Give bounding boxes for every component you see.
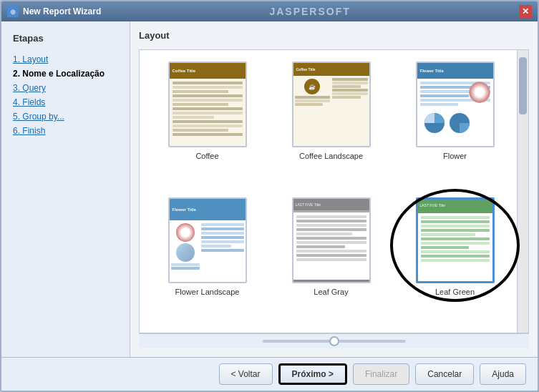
preview-row bbox=[420, 103, 459, 106]
preview-row bbox=[421, 220, 490, 223]
preview-row bbox=[173, 133, 243, 136]
template-item-leaf-green[interactable]: LAST FIVE Title bbox=[399, 197, 511, 296]
content-area: Etapas 1. Layout 2. Nome e Localização 3… bbox=[1, 21, 538, 357]
flower-header: Flower Title bbox=[417, 63, 493, 79]
template-label-coffee: Coffee bbox=[195, 152, 218, 160]
preview-row bbox=[296, 245, 346, 248]
preview-row bbox=[201, 249, 244, 252]
coffee-icon: ☕ bbox=[304, 79, 320, 94]
layout-grid: Coffee Title bbox=[140, 50, 528, 333]
flower-pie-chart bbox=[420, 110, 485, 135]
flower-landscape-col1 bbox=[171, 222, 200, 270]
preview-row bbox=[296, 215, 366, 218]
template-item-flower[interactable]: Flower Title bbox=[399, 62, 511, 186]
preview-row bbox=[173, 112, 243, 114]
preview-row bbox=[201, 240, 244, 243]
scrollbar-thumb[interactable] bbox=[519, 57, 527, 114]
preview-row bbox=[171, 267, 200, 270]
coffee-rows bbox=[170, 79, 246, 139]
preview-row bbox=[295, 99, 331, 102]
sidebar-item-query[interactable]: 3. Query bbox=[13, 81, 118, 95]
close-button[interactable]: ✕ bbox=[519, 5, 532, 18]
preview-row bbox=[332, 92, 368, 95]
preview-row bbox=[295, 103, 324, 106]
template-item-leaf-gray[interactable]: LAST FIVE Title bbox=[275, 197, 387, 322]
preview-row bbox=[296, 228, 366, 231]
preview-row bbox=[173, 116, 215, 119]
preview-row bbox=[173, 124, 243, 127]
scrollbar-track[interactable] bbox=[517, 50, 528, 333]
sidebar-item-finish[interactable]: 6. Finish bbox=[13, 124, 118, 138]
preview-row bbox=[296, 220, 366, 222]
sidebar-item-layout[interactable]: 1. Layout bbox=[13, 52, 118, 67]
preview-row bbox=[173, 103, 228, 106]
back-button[interactable]: < Voltar bbox=[219, 363, 273, 385]
preview-row bbox=[296, 224, 366, 227]
sidebar-item-nome: 2. Nome e Localização bbox=[13, 67, 118, 81]
template-label-flower-landscape: Flower Landscape bbox=[175, 288, 240, 296]
template-item-coffee[interactable]: Coffee Title bbox=[151, 62, 263, 186]
preview-row bbox=[420, 94, 470, 97]
zoom-slider-track[interactable] bbox=[263, 340, 406, 343]
preview-row bbox=[173, 82, 243, 84]
preview-row bbox=[421, 250, 490, 253]
preview-row bbox=[421, 237, 490, 240]
template-preview-coffee: Coffee Title bbox=[168, 62, 247, 147]
preview-row bbox=[296, 237, 366, 240]
preview-row bbox=[332, 82, 368, 84]
cancel-button[interactable]: Cancelar bbox=[415, 363, 474, 385]
flower-chart bbox=[417, 109, 493, 139]
preview-row bbox=[332, 78, 368, 81]
footer: < Voltar Próximo > Finalizar Cancelar Aj… bbox=[1, 357, 538, 391]
preview-row bbox=[296, 250, 366, 253]
sidebar-title: Etapas bbox=[13, 33, 118, 44]
help-button[interactable]: Ajuda bbox=[480, 363, 526, 385]
preview-row bbox=[296, 241, 366, 244]
preview-row bbox=[201, 245, 231, 248]
template-item-wrapper-leaf-green: LAST FIVE Title bbox=[399, 197, 511, 322]
preview-row bbox=[421, 233, 476, 236]
sidebar-item-fields[interactable]: 4. Fields bbox=[13, 95, 118, 109]
preview-row bbox=[201, 232, 244, 235]
preview-row bbox=[296, 254, 366, 257]
template-label-leaf-gray: Leaf Gray bbox=[314, 288, 348, 296]
title-bar-left: ⊕ New Report Wizard bbox=[7, 6, 101, 17]
preview-row bbox=[332, 89, 368, 92]
preview-row bbox=[421, 242, 490, 245]
template-label-coffee-landscape: Coffee Landscape bbox=[299, 152, 363, 160]
template-item-flower-landscape[interactable]: Flower Title bbox=[151, 197, 263, 322]
title-bar: ⊕ New Report Wizard JASPERSOFT ✕ bbox=[1, 1, 538, 21]
preview-row bbox=[173, 129, 228, 132]
preview-row bbox=[421, 259, 490, 262]
flower-landscape-header: Flower Title bbox=[170, 199, 246, 220]
flower-circle-deco bbox=[176, 223, 195, 242]
template-preview-flower: Flower Title bbox=[416, 62, 495, 147]
coffee-landscape-header: Coffee Title bbox=[293, 63, 369, 76]
window-title: New Report Wizard bbox=[23, 6, 101, 16]
preview-row bbox=[421, 246, 469, 249]
preview-row bbox=[173, 120, 243, 123]
sidebar: Etapas 1. Layout 2. Nome e Localização 3… bbox=[1, 21, 130, 357]
leaf-gray-footer bbox=[293, 280, 369, 282]
leaf-green-header: LAST FIVE Title bbox=[418, 200, 492, 211]
main-window: ⊕ New Report Wizard JASPERSOFT ✕ Etapas … bbox=[0, 0, 539, 392]
preview-row bbox=[332, 85, 361, 88]
preview-row bbox=[295, 96, 331, 99]
jaspersoft-logo: JASPERSOFT bbox=[269, 6, 350, 17]
coffee-landscape-col2 bbox=[332, 77, 368, 107]
sidebar-item-groupby[interactable]: 5. Group by... bbox=[13, 109, 118, 124]
next-button[interactable]: Próximo > bbox=[278, 363, 347, 385]
bottom-slider-area bbox=[139, 333, 529, 348]
flower-body bbox=[417, 79, 493, 109]
preview-row bbox=[296, 232, 352, 235]
preview-row bbox=[332, 96, 361, 99]
zoom-slider-thumb[interactable] bbox=[329, 336, 339, 346]
preview-row bbox=[173, 86, 243, 89]
main-panel: Layout Coffee Title bbox=[130, 21, 538, 357]
template-preview-leaf-gray: LAST FIVE Title bbox=[292, 197, 371, 283]
preview-row bbox=[201, 227, 244, 230]
preview-row bbox=[171, 263, 200, 266]
finish-button[interactable]: Finalizar bbox=[353, 363, 409, 385]
template-item-coffee-landscape[interactable]: Coffee Title ☕ bbox=[275, 62, 387, 186]
coffee-landscape-body: ☕ bbox=[293, 76, 369, 108]
